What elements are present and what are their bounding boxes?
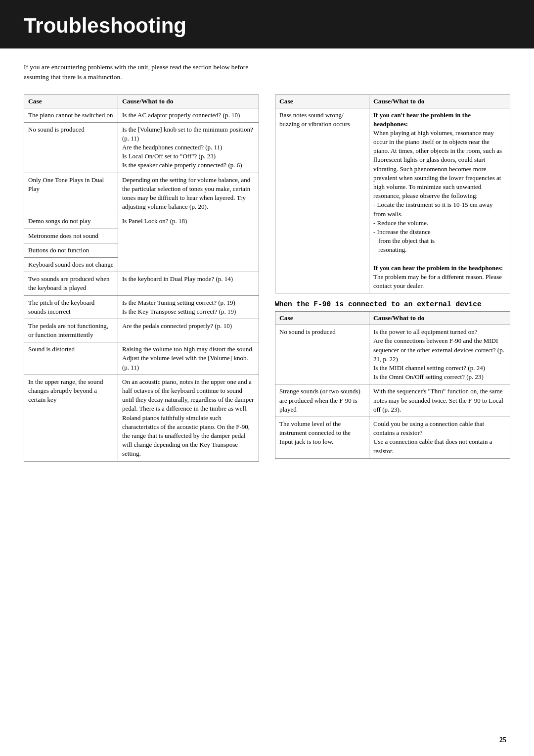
- cause-item: Is the speaker cable properly connected?…: [122, 161, 242, 169]
- cause-item: Is Local On/Off set to "Off"? (p. 23): [122, 152, 216, 160]
- cause-item: Are the connections between F-90 and the…: [373, 337, 504, 362]
- cause-list-item-3: - Increase the distance: [373, 228, 431, 236]
- case-cell: Strange sounds (or two sounds) are produ…: [275, 384, 369, 417]
- cause-item: Is the Master Tuning setting correct? (p…: [122, 299, 235, 306]
- two-column-layout: Case Cause/What to do The piano cannot b…: [24, 94, 510, 462]
- table-row: The volume level of the instrument conne…: [275, 417, 510, 458]
- bass-notes-cause: If you can't hear the problem in the hea…: [369, 108, 510, 293]
- table-row: No sound is producedIs the [Volume] knob…: [24, 122, 259, 173]
- cause-cell: Is the [Volume] knob set to the minimum …: [118, 122, 259, 173]
- cause-bold-intro: If you can't hear the problem in the hea…: [373, 111, 471, 128]
- right-table-bottom: CaseCause/What to doNo sound is produced…: [275, 311, 510, 458]
- cause-cell: Is the AC adaptor properly connected? (p…: [118, 108, 259, 122]
- page-title: Troubleshooting: [24, 14, 510, 38]
- case-cell: No sound is produced: [24, 122, 118, 173]
- cause-cell: Raising the volume too high may distort …: [118, 342, 259, 375]
- right-col2-header: Cause/What to do: [369, 94, 510, 108]
- cause-cell: Is the keyboard in Dual Play mode? (p. 1…: [118, 272, 259, 295]
- page-number: 25: [499, 736, 506, 744]
- case-cell: No sound is produced: [275, 325, 369, 384]
- case-cell: In the upper range, the sound changes ab…: [24, 375, 118, 461]
- case-cell: Metronome does not sound: [24, 229, 118, 243]
- table-row: Strange sounds (or two sounds) are produ…: [275, 384, 510, 417]
- case-cell: Only One Tone Plays in Dual Play: [24, 173, 118, 214]
- table-row: Demo songs do not playIs Panel Lock on? …: [24, 214, 259, 229]
- table-row: Only One Tone Plays in Dual PlayDependin…: [24, 173, 259, 214]
- cause-cell: Is the power to all equipment turned on?…: [369, 325, 510, 384]
- table-row: The pedals are not functioning, or funct…: [24, 319, 259, 342]
- cause-footer: The problem may be for a different reaso…: [373, 273, 502, 289]
- right-column: Case Cause/What to do Bass notes sound w…: [275, 94, 510, 459]
- cause-body: When playing at high volumes, resonance …: [373, 129, 502, 199]
- left-col2-header: Cause/What to do: [118, 94, 259, 108]
- right-bottom-col1-header: Case: [275, 312, 369, 325]
- table-row: In the upper range, the sound changes ab…: [24, 375, 259, 461]
- cause-bold-footer: If you can hear the problem in the headp…: [373, 264, 503, 272]
- cause-item: Is the [Volume] knob set to the minimum …: [122, 126, 253, 142]
- case-cell: Buttons do not function: [24, 243, 118, 257]
- cause-cell: Could you be using a connection cable th…: [369, 417, 510, 458]
- case-cell: The piano cannot be switched on: [24, 108, 118, 122]
- cause-cell: Depending on the setting for volume bala…: [118, 173, 259, 214]
- case-cell: Sound is distorted: [24, 342, 118, 375]
- cause-cell: With the sequencer's "Thru" function on,…: [369, 384, 510, 417]
- cause-cell: Is Panel Lock on? (p. 18): [118, 214, 259, 272]
- case-cell: Two sounds are produced when the keyboar…: [24, 272, 118, 295]
- table-row: The pitch of the keyboard sounds incorre…: [24, 295, 259, 319]
- table-row: Bass notes sound wrong/buzzing or vibrat…: [275, 108, 510, 293]
- cause-item: Is the power to all equipment turned on?: [373, 328, 477, 335]
- case-cell: The pedals are not functioning, or funct…: [24, 319, 118, 342]
- cause-list-item-2: - Reduce the volume.: [373, 219, 428, 227]
- cause-cell: Is the Master Tuning setting correct? (p…: [118, 295, 259, 319]
- left-table: Case Cause/What to do The piano cannot b…: [24, 94, 259, 462]
- cause-list-item-3b: from the object that is: [373, 237, 435, 244]
- cause-list-item-3c: resonating.: [373, 246, 406, 253]
- intro-text: If you are encountering problems with th…: [24, 62, 251, 83]
- table-row: The piano cannot be switched onIs the AC…: [24, 108, 259, 122]
- cause-cell: On an acoustic piano, notes in the upper…: [118, 375, 259, 461]
- bass-notes-case: Bass notes sound wrong/buzzing or vibrat…: [275, 108, 369, 293]
- cause-list-item-1: - Locate the instrument so it is 10-15 c…: [373, 201, 493, 217]
- page: Troubleshooting If you are encountering …: [0, 0, 534, 756]
- when-connected-header: When the F-90 is connected to an externa…: [275, 300, 510, 308]
- table-row: Two sounds are produced when the keyboar…: [24, 272, 259, 295]
- cause-item: Is the Key Transpose setting correct? (p…: [122, 308, 236, 315]
- cause-item: Is the MIDI channel setting correct? (p.…: [373, 364, 485, 372]
- case-cell: The pitch of the keyboard sounds incorre…: [24, 295, 118, 319]
- right-bottom-col2-header: Cause/What to do: [369, 312, 510, 325]
- case-cell: Keyboard sound does not change: [24, 257, 118, 272]
- right-col1-header: Case: [275, 94, 369, 108]
- cause-cell: Are the pedals connected properly? (p. 1…: [118, 319, 259, 342]
- title-bar: Troubleshooting: [0, 0, 534, 48]
- left-column: Case Cause/What to do The piano cannot b…: [24, 94, 259, 462]
- left-col1-header: Case: [24, 94, 118, 108]
- case-cell: Demo songs do not play: [24, 214, 118, 229]
- table-row: No sound is producedIs the power to all …: [275, 325, 510, 384]
- table-row: Sound is distortedRaising the volume too…: [24, 342, 259, 375]
- right-table-top: Case Cause/What to do Bass notes sound w…: [275, 94, 510, 294]
- cause-item: Is the Omni On/Off setting correct? (p. …: [373, 373, 484, 380]
- case-cell: The volume level of the instrument conne…: [275, 417, 369, 458]
- cause-item: Are the headphones connected? (p. 11): [122, 143, 222, 151]
